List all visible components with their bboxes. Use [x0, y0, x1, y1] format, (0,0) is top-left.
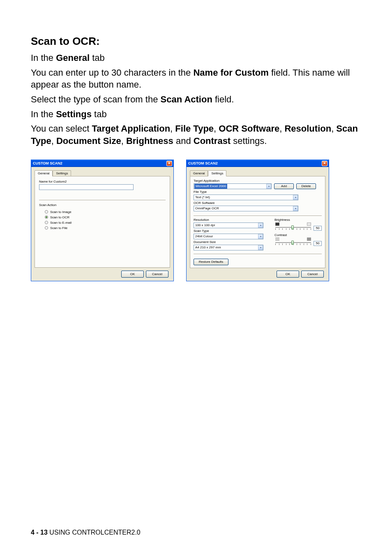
brightness-light-icon [307, 222, 311, 226]
text: and [173, 136, 194, 146]
chevron-down-icon: ▾ [293, 206, 298, 211]
footer-section: USING CONTROLCENTER2.0 [48, 529, 141, 536]
text: In the [31, 109, 56, 119]
add-button[interactable]: Add [274, 183, 294, 189]
close-icon: ✕ [323, 162, 326, 165]
text: settings. [231, 136, 267, 146]
delete-button[interactable]: Delete [296, 183, 316, 189]
tab-settings[interactable]: Settings [208, 170, 226, 176]
text-bold: Name for Custom [193, 67, 268, 78]
radio-scan-to-image[interactable]: Scan to Image [45, 210, 166, 214]
text: tab [90, 53, 105, 63]
brightness-slider[interactable] [275, 226, 311, 231]
name-for-custom-input[interactable] [39, 184, 134, 190]
target-application-label: Target Application [194, 179, 322, 183]
divider [194, 215, 322, 216]
paragraph-name-for-custom: You can enter up to 30 characters in the… [31, 67, 361, 91]
close-button[interactable]: ✕ [322, 161, 327, 166]
text: In the [31, 53, 56, 63]
text: You can select [31, 123, 92, 134]
cancel-button[interactable]: Cancel [146, 271, 168, 278]
restore-defaults-button[interactable]: Restore Defaults [194, 259, 228, 265]
dialog-custom-scan-settings: CUSTOM SCAN2 ✕ General Settings Target A… [186, 160, 329, 281]
scan-type-label: Scan Type [194, 229, 271, 233]
select-value: Text (*.txt) [194, 195, 211, 199]
ok-button[interactable]: OK [121, 271, 144, 278]
titlebar: CUSTOM SCAN2 ✕ [31, 160, 173, 167]
scan-type-select[interactable]: 24bit Colour ▾ [194, 234, 263, 239]
file-type-label: File Type [194, 190, 322, 194]
close-icon: ✕ [168, 162, 171, 165]
text: , [170, 123, 175, 134]
text-bold: Document Size [56, 136, 121, 146]
text-bold: Scan Action [161, 94, 212, 104]
target-application-select[interactable]: Microsoft Excel 2000 ▾ [194, 183, 272, 189]
paragraph-settings-list: You can select Target Application, File … [31, 123, 361, 147]
radio-scan-to-email[interactable]: Scan to E-mail [45, 221, 166, 225]
text-bold: OCR Software [219, 123, 279, 134]
text: You can enter up to 30 characters in the [31, 67, 193, 78]
tab-general[interactable]: General [190, 170, 208, 176]
text: tab [92, 109, 107, 119]
resolution-label: Resolution [194, 218, 271, 222]
radio-icon [45, 221, 48, 224]
document-size-label: Document Size [194, 240, 271, 244]
text-bold: Resolution [284, 123, 331, 134]
text-bold: File Type [175, 123, 214, 134]
document-size-select[interactable]: A4 210 x 297 mm ▾ [194, 245, 263, 250]
contrast-low-icon [275, 238, 279, 241]
contrast-label: Contrast [274, 233, 322, 237]
page-number: 4 - 13 [31, 529, 48, 536]
text: , [121, 136, 126, 146]
slider-thumb[interactable] [291, 225, 294, 229]
select-value: 24bit Colour [194, 234, 214, 238]
resolution-select[interactable]: 100 x 100 dpi ▾ [194, 222, 263, 228]
paragraph-scan-action: Select the type of scan from the Scan Ac… [31, 93, 361, 106]
tab-settings[interactable]: Settings [53, 170, 71, 176]
text-bold: Settings [56, 109, 92, 119]
select-value: Microsoft Excel 2000 [194, 184, 227, 189]
select-value: OmniPage OCR [194, 206, 220, 210]
text-bold: Contrast [194, 136, 231, 146]
radio-label: Scan to E-mail [50, 221, 71, 225]
slider-thumb[interactable] [291, 241, 294, 245]
radio-scan-to-file[interactable]: Scan to File [45, 226, 166, 230]
text: , [331, 123, 336, 134]
close-button[interactable]: ✕ [166, 161, 172, 166]
paragraph-general-tab: In the General tab [31, 52, 361, 64]
radio-icon [45, 226, 48, 229]
radio-label: Scan to File [50, 226, 67, 230]
radio-icon [45, 210, 48, 213]
contrast-slider[interactable] [275, 241, 311, 246]
heading-scan-to-ocr: Scan to OCR: [31, 35, 361, 48]
chevron-down-icon: ▾ [258, 245, 263, 250]
file-type-select[interactable]: Text (*.txt) ▾ [194, 195, 298, 200]
ok-button[interactable]: OK [277, 271, 299, 278]
ocr-software-select[interactable]: OmniPage OCR ▾ [194, 206, 298, 211]
dialog-custom-scan-general: CUSTOM SCAN2 ✕ General Settings Name for… [31, 160, 174, 281]
text-bold: Brightness [126, 136, 173, 146]
chevron-down-icon: ▾ [258, 223, 263, 228]
radio-label: Scan to Image [50, 210, 71, 214]
cancel-button[interactable]: Cancel [301, 271, 324, 278]
radio-scan-to-ocr[interactable]: Scan to OCR [45, 215, 166, 219]
scan-action-label: Scan Action [39, 203, 166, 207]
window-title: CUSTOM SCAN2 [188, 161, 218, 165]
ocr-software-label: OCR Software [194, 201, 322, 205]
text: , [214, 123, 219, 134]
tab-general[interactable]: General [35, 170, 53, 176]
brightness-value: 50 [314, 226, 322, 231]
titlebar: CUSTOM SCAN2 ✕ [187, 160, 329, 167]
brightness-label: Brightness [274, 218, 322, 222]
name-for-custom-label: Name for Custom2 [39, 180, 166, 183]
radio-label: Scan to OCR [50, 215, 69, 219]
text: , [51, 136, 56, 146]
divider [39, 200, 166, 201]
text: Select the type of scan from the [31, 94, 161, 104]
text-bold: General [56, 53, 90, 63]
brightness-dark-icon [275, 222, 279, 226]
contrast-high-icon [307, 238, 311, 241]
chevron-down-icon: ▾ [266, 184, 271, 189]
divider [194, 254, 322, 255]
chevron-down-icon: ▾ [293, 195, 298, 200]
